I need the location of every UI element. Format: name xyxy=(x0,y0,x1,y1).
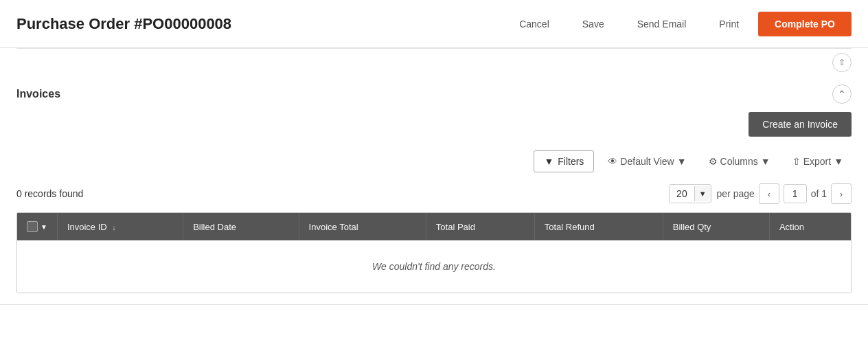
header-checkbox-container: ▼ xyxy=(27,221,47,232)
top-bar: Purchase Order #PO00000008 Cancel Save S… xyxy=(0,0,868,48)
bottom-bar xyxy=(0,304,868,316)
th-action-label: Action xyxy=(779,222,804,232)
gear-icon: ⚙ xyxy=(709,156,718,167)
page-title: Purchase Order #PO00000008 xyxy=(16,15,231,33)
empty-row: We couldn't find any records. xyxy=(17,240,851,293)
records-count: 0 records found xyxy=(16,188,83,199)
total-pages: of 1 xyxy=(811,188,827,199)
empty-message: We couldn't find any records. xyxy=(17,240,851,293)
th-invoice-id-label: Invoice ID xyxy=(67,222,107,232)
th-billed-qty-label: Billed Qty xyxy=(673,222,711,232)
toolbar: ▼ Filters 👁 Default View ▼ ⚙ Columns ▼ ⇧… xyxy=(0,145,868,178)
th-invoice-total-label: Invoice Total xyxy=(309,222,358,232)
create-invoice-row: Create an Invoice xyxy=(0,109,868,145)
invoices-table: ▼ Invoice ID ↓ Billed Date Invoice Total… xyxy=(17,213,851,293)
send-email-button[interactable]: Send Email xyxy=(624,13,700,35)
th-action: Action xyxy=(769,213,851,240)
complete-po-button[interactable]: Complete PO xyxy=(758,12,852,36)
columns-button[interactable]: ⚙ Columns ▼ xyxy=(700,151,779,172)
current-page: 1 xyxy=(784,184,807,203)
filters-button[interactable]: ▼ Filters xyxy=(534,150,594,172)
th-checkbox: ▼ xyxy=(17,213,57,240)
th-billed-qty: Billed Qty xyxy=(663,213,769,240)
view-dropdown-icon: ▼ xyxy=(677,156,687,167)
th-billed-date: Billed Date xyxy=(183,213,299,240)
invoices-table-container: ▼ Invoice ID ↓ Billed Date Invoice Total… xyxy=(16,212,852,293)
th-billed-date-label: Billed Date xyxy=(193,222,236,232)
scroll-up-button[interactable]: ⇧ xyxy=(832,53,852,72)
page-size-dropdown[interactable]: 20 ▼ xyxy=(669,184,711,203)
save-button[interactable]: Save xyxy=(569,13,618,35)
filter-icon: ▼ xyxy=(544,156,553,167)
default-view-label: Default View xyxy=(620,156,674,167)
th-total-paid-label: Total Paid xyxy=(436,222,475,232)
export-label: Export xyxy=(803,156,831,167)
cancel-button[interactable]: Cancel xyxy=(505,13,563,35)
th-total-refund-label: Total Refund xyxy=(545,222,595,232)
export-button[interactable]: ⇧ Export ▼ xyxy=(784,151,852,172)
collapse-section-button[interactable]: ⌃ xyxy=(832,84,852,104)
invoice-id-sort-icon[interactable]: ↓ xyxy=(112,223,116,231)
export-dropdown-icon: ▼ xyxy=(834,156,843,167)
create-invoice-button[interactable]: Create an Invoice xyxy=(749,112,852,137)
th-total-refund: Total Refund xyxy=(534,213,663,240)
records-bar: 0 records found 20 ▼ per page ‹ 1 of 1 › xyxy=(0,178,868,209)
filters-label: Filters xyxy=(558,156,584,167)
checkbox-dropdown-arrow[interactable]: ▼ xyxy=(41,223,47,231)
default-view-button[interactable]: 👁 Default View ▼ xyxy=(599,151,694,172)
prev-page-button[interactable]: ‹ xyxy=(759,183,779,204)
page-size-value: 20 xyxy=(670,185,694,203)
export-icon: ⇧ xyxy=(792,156,801,167)
page-size-arrow[interactable]: ▼ xyxy=(694,186,711,201)
top-actions: Cancel Save Send Email Print Complete PO xyxy=(505,12,852,36)
eye-icon: 👁 xyxy=(608,156,617,167)
section-header: Invoices ⌃ xyxy=(0,76,868,109)
scroll-indicator: ⇧ xyxy=(0,49,868,76)
columns-dropdown-icon: ▼ xyxy=(761,156,770,167)
section-title: Invoices xyxy=(16,88,60,100)
per-page-select: 20 ▼ per page xyxy=(669,184,755,203)
columns-label: Columns xyxy=(720,156,758,167)
print-button[interactable]: Print xyxy=(705,13,753,35)
header-checkbox[interactable] xyxy=(27,221,38,232)
table-header-row: ▼ Invoice ID ↓ Billed Date Invoice Total… xyxy=(17,213,851,240)
table-body: We couldn't find any records. xyxy=(17,240,851,293)
per-page-label: per page xyxy=(717,188,755,199)
th-total-paid: Total Paid xyxy=(426,213,534,240)
pagination: 20 ▼ per page ‹ 1 of 1 › xyxy=(669,183,852,204)
th-invoice-total: Invoice Total xyxy=(299,213,426,240)
next-page-button[interactable]: › xyxy=(831,183,852,204)
th-invoice-id: Invoice ID ↓ xyxy=(57,213,183,240)
